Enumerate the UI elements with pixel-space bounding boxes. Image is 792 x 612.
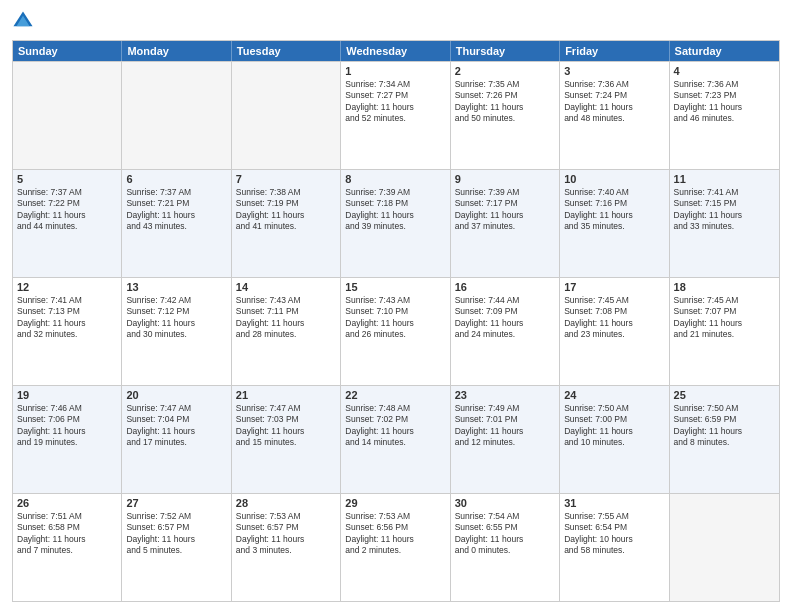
calendar-cell: 18Sunrise: 7:45 AM Sunset: 7:07 PM Dayli…	[670, 278, 779, 385]
cell-sun-info: Sunrise: 7:47 AM Sunset: 7:04 PM Dayligh…	[126, 403, 226, 449]
cell-date-number: 29	[345, 497, 445, 509]
cell-sun-info: Sunrise: 7:45 AM Sunset: 7:08 PM Dayligh…	[564, 295, 664, 341]
cell-sun-info: Sunrise: 7:41 AM Sunset: 7:15 PM Dayligh…	[674, 187, 775, 233]
cell-date-number: 30	[455, 497, 555, 509]
calendar-cell: 9Sunrise: 7:39 AM Sunset: 7:17 PM Daylig…	[451, 170, 560, 277]
calendar-cell	[122, 62, 231, 169]
cell-sun-info: Sunrise: 7:54 AM Sunset: 6:55 PM Dayligh…	[455, 511, 555, 557]
calendar-cell: 20Sunrise: 7:47 AM Sunset: 7:04 PM Dayli…	[122, 386, 231, 493]
cell-sun-info: Sunrise: 7:47 AM Sunset: 7:03 PM Dayligh…	[236, 403, 336, 449]
cell-date-number: 8	[345, 173, 445, 185]
cell-date-number: 20	[126, 389, 226, 401]
cell-sun-info: Sunrise: 7:49 AM Sunset: 7:01 PM Dayligh…	[455, 403, 555, 449]
weekday-header-sunday: Sunday	[13, 41, 122, 61]
calendar-cell: 31Sunrise: 7:55 AM Sunset: 6:54 PM Dayli…	[560, 494, 669, 601]
cell-date-number: 22	[345, 389, 445, 401]
cell-date-number: 26	[17, 497, 117, 509]
cell-date-number: 17	[564, 281, 664, 293]
calendar: SundayMondayTuesdayWednesdayThursdayFrid…	[12, 40, 780, 602]
page: SundayMondayTuesdayWednesdayThursdayFrid…	[0, 0, 792, 612]
cell-date-number: 14	[236, 281, 336, 293]
calendar-row-1: 1Sunrise: 7:34 AM Sunset: 7:27 PM Daylig…	[13, 61, 779, 169]
calendar-cell: 5Sunrise: 7:37 AM Sunset: 7:22 PM Daylig…	[13, 170, 122, 277]
cell-sun-info: Sunrise: 7:48 AM Sunset: 7:02 PM Dayligh…	[345, 403, 445, 449]
cell-sun-info: Sunrise: 7:37 AM Sunset: 7:21 PM Dayligh…	[126, 187, 226, 233]
calendar-cell: 21Sunrise: 7:47 AM Sunset: 7:03 PM Dayli…	[232, 386, 341, 493]
calendar-cell: 30Sunrise: 7:54 AM Sunset: 6:55 PM Dayli…	[451, 494, 560, 601]
cell-date-number: 2	[455, 65, 555, 77]
calendar-cell: 22Sunrise: 7:48 AM Sunset: 7:02 PM Dayli…	[341, 386, 450, 493]
calendar-cell: 28Sunrise: 7:53 AM Sunset: 6:57 PM Dayli…	[232, 494, 341, 601]
cell-date-number: 16	[455, 281, 555, 293]
calendar-cell: 26Sunrise: 7:51 AM Sunset: 6:58 PM Dayli…	[13, 494, 122, 601]
cell-date-number: 21	[236, 389, 336, 401]
cell-sun-info: Sunrise: 7:35 AM Sunset: 7:26 PM Dayligh…	[455, 79, 555, 125]
cell-date-number: 4	[674, 65, 775, 77]
calendar-row-4: 19Sunrise: 7:46 AM Sunset: 7:06 PM Dayli…	[13, 385, 779, 493]
calendar-cell: 7Sunrise: 7:38 AM Sunset: 7:19 PM Daylig…	[232, 170, 341, 277]
calendar-cell: 4Sunrise: 7:36 AM Sunset: 7:23 PM Daylig…	[670, 62, 779, 169]
calendar-cell: 6Sunrise: 7:37 AM Sunset: 7:21 PM Daylig…	[122, 170, 231, 277]
cell-date-number: 19	[17, 389, 117, 401]
cell-sun-info: Sunrise: 7:55 AM Sunset: 6:54 PM Dayligh…	[564, 511, 664, 557]
cell-sun-info: Sunrise: 7:52 AM Sunset: 6:57 PM Dayligh…	[126, 511, 226, 557]
logo-icon	[12, 10, 34, 32]
weekday-header-saturday: Saturday	[670, 41, 779, 61]
calendar-cell: 19Sunrise: 7:46 AM Sunset: 7:06 PM Dayli…	[13, 386, 122, 493]
cell-date-number: 23	[455, 389, 555, 401]
calendar-cell: 24Sunrise: 7:50 AM Sunset: 7:00 PM Dayli…	[560, 386, 669, 493]
cell-date-number: 1	[345, 65, 445, 77]
cell-date-number: 7	[236, 173, 336, 185]
cell-sun-info: Sunrise: 7:43 AM Sunset: 7:10 PM Dayligh…	[345, 295, 445, 341]
calendar-body: 1Sunrise: 7:34 AM Sunset: 7:27 PM Daylig…	[13, 61, 779, 601]
cell-sun-info: Sunrise: 7:37 AM Sunset: 7:22 PM Dayligh…	[17, 187, 117, 233]
calendar-cell: 8Sunrise: 7:39 AM Sunset: 7:18 PM Daylig…	[341, 170, 450, 277]
cell-date-number: 6	[126, 173, 226, 185]
cell-date-number: 18	[674, 281, 775, 293]
cell-sun-info: Sunrise: 7:40 AM Sunset: 7:16 PM Dayligh…	[564, 187, 664, 233]
cell-date-number: 13	[126, 281, 226, 293]
cell-sun-info: Sunrise: 7:41 AM Sunset: 7:13 PM Dayligh…	[17, 295, 117, 341]
calendar-cell: 13Sunrise: 7:42 AM Sunset: 7:12 PM Dayli…	[122, 278, 231, 385]
cell-sun-info: Sunrise: 7:50 AM Sunset: 7:00 PM Dayligh…	[564, 403, 664, 449]
cell-date-number: 31	[564, 497, 664, 509]
cell-sun-info: Sunrise: 7:45 AM Sunset: 7:07 PM Dayligh…	[674, 295, 775, 341]
cell-date-number: 28	[236, 497, 336, 509]
weekday-header-wednesday: Wednesday	[341, 41, 450, 61]
calendar-row-2: 5Sunrise: 7:37 AM Sunset: 7:22 PM Daylig…	[13, 169, 779, 277]
cell-date-number: 15	[345, 281, 445, 293]
weekday-header-tuesday: Tuesday	[232, 41, 341, 61]
calendar-cell: 15Sunrise: 7:43 AM Sunset: 7:10 PM Dayli…	[341, 278, 450, 385]
calendar-cell: 2Sunrise: 7:35 AM Sunset: 7:26 PM Daylig…	[451, 62, 560, 169]
weekday-header-friday: Friday	[560, 41, 669, 61]
cell-sun-info: Sunrise: 7:43 AM Sunset: 7:11 PM Dayligh…	[236, 295, 336, 341]
calendar-row-5: 26Sunrise: 7:51 AM Sunset: 6:58 PM Dayli…	[13, 493, 779, 601]
calendar-cell	[670, 494, 779, 601]
cell-sun-info: Sunrise: 7:53 AM Sunset: 6:56 PM Dayligh…	[345, 511, 445, 557]
calendar-cell	[232, 62, 341, 169]
calendar-cell: 27Sunrise: 7:52 AM Sunset: 6:57 PM Dayli…	[122, 494, 231, 601]
cell-sun-info: Sunrise: 7:34 AM Sunset: 7:27 PM Dayligh…	[345, 79, 445, 125]
calendar-cell: 1Sunrise: 7:34 AM Sunset: 7:27 PM Daylig…	[341, 62, 450, 169]
cell-sun-info: Sunrise: 7:46 AM Sunset: 7:06 PM Dayligh…	[17, 403, 117, 449]
cell-sun-info: Sunrise: 7:39 AM Sunset: 7:18 PM Dayligh…	[345, 187, 445, 233]
cell-date-number: 25	[674, 389, 775, 401]
calendar-cell: 16Sunrise: 7:44 AM Sunset: 7:09 PM Dayli…	[451, 278, 560, 385]
cell-date-number: 9	[455, 173, 555, 185]
calendar-cell: 23Sunrise: 7:49 AM Sunset: 7:01 PM Dayli…	[451, 386, 560, 493]
cell-date-number: 24	[564, 389, 664, 401]
weekday-header-monday: Monday	[122, 41, 231, 61]
cell-sun-info: Sunrise: 7:39 AM Sunset: 7:17 PM Dayligh…	[455, 187, 555, 233]
cell-date-number: 12	[17, 281, 117, 293]
cell-sun-info: Sunrise: 7:42 AM Sunset: 7:12 PM Dayligh…	[126, 295, 226, 341]
cell-date-number: 10	[564, 173, 664, 185]
weekday-header-thursday: Thursday	[451, 41, 560, 61]
cell-sun-info: Sunrise: 7:38 AM Sunset: 7:19 PM Dayligh…	[236, 187, 336, 233]
calendar-cell: 17Sunrise: 7:45 AM Sunset: 7:08 PM Dayli…	[560, 278, 669, 385]
calendar-cell: 10Sunrise: 7:40 AM Sunset: 7:16 PM Dayli…	[560, 170, 669, 277]
cell-sun-info: Sunrise: 7:36 AM Sunset: 7:23 PM Dayligh…	[674, 79, 775, 125]
calendar-cell: 29Sunrise: 7:53 AM Sunset: 6:56 PM Dayli…	[341, 494, 450, 601]
calendar-header: SundayMondayTuesdayWednesdayThursdayFrid…	[13, 41, 779, 61]
calendar-cell: 11Sunrise: 7:41 AM Sunset: 7:15 PM Dayli…	[670, 170, 779, 277]
cell-sun-info: Sunrise: 7:53 AM Sunset: 6:57 PM Dayligh…	[236, 511, 336, 557]
